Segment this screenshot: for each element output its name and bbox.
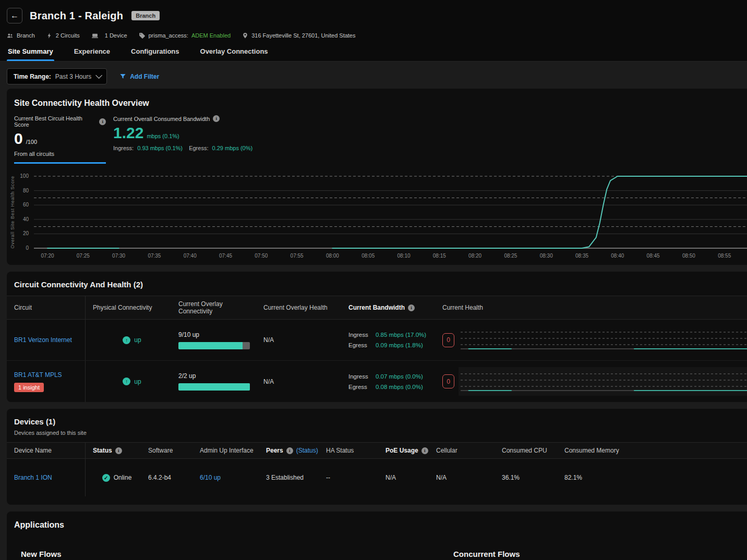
svg-text:08:35: 08:35	[575, 253, 588, 259]
svg-text:08:15: 08:15	[433, 253, 446, 259]
info-icon[interactable]	[99, 118, 106, 125]
svg-text:08:30: 08:30	[540, 253, 553, 259]
svg-text:08:45: 08:45	[647, 253, 660, 259]
circuit-link[interactable]: BR1 AT&T MPLS	[14, 371, 85, 379]
info-icon[interactable]	[408, 305, 415, 311]
circuit-connectivity-card: Circuit Connectivity And Health (2) Circ…	[7, 272, 747, 402]
device-link[interactable]: Branch 1 ION	[14, 474, 85, 481]
circuit-row-att: BR1 AT&T MPLS 1 insight ↑ up 2/2 up N/A …	[7, 361, 747, 402]
info-icon[interactable]	[421, 447, 428, 454]
flows-row: New Flows TCP UDP 1000 Concurrent Flows	[7, 530, 747, 560]
tab-overlay-connections[interactable]: Overlay Connections	[199, 47, 269, 61]
tab-configurations[interactable]: Configurations	[130, 47, 180, 61]
overlay-progress-fill	[178, 342, 243, 349]
circuit-link[interactable]: BR1 Verizon Internet	[14, 336, 85, 344]
egress-value: 0.29 mbps (0%)	[212, 145, 253, 151]
filter-funnel-icon	[119, 73, 126, 80]
svg-text:100: 100	[20, 173, 29, 179]
site-meta-row: Branch 2 Circuits 1 Device prisma_access…	[7, 31, 747, 40]
svg-text:07:50: 07:50	[255, 253, 268, 259]
meta-circuits: 2 Circuits	[46, 32, 80, 39]
location-pin-icon	[242, 32, 248, 39]
ingress-value: 0.93 mbps (0.1%)	[137, 145, 183, 151]
svg-text:08:55: 08:55	[718, 253, 731, 259]
kpi-best-circuit-health[interactable]: Current Best Circuit Health Score 0 /100…	[14, 115, 106, 164]
admin-up-interface-link[interactable]: 6/10 up	[200, 474, 259, 481]
up-arrow-icon: ↑	[123, 378, 130, 385]
overlay-progress-bar	[178, 342, 250, 349]
devices-card: Devices (1) Devices assigned to this sit…	[7, 409, 747, 505]
back-button[interactable]: ←	[7, 8, 22, 23]
new-flows-title: New Flows	[21, 550, 62, 558]
overview-card-title: Site Connectivity Health Overview	[14, 99, 747, 108]
info-icon[interactable]	[213, 115, 220, 122]
peers-status-link[interactable]: (Status)	[296, 447, 318, 454]
chevron-down-icon	[95, 72, 102, 79]
applications-card: Applications New Flows TCP UDP 1000 Conc	[7, 512, 747, 560]
svg-text:07:35: 07:35	[148, 253, 161, 259]
svg-text:Overall Site Best Health Score: Overall Site Best Health Score	[10, 176, 15, 249]
health-score-box[interactable]: 0	[442, 333, 454, 347]
device-row: Branch 1 ION ✓ Online 6.4.2-b4 6/10 up 3…	[7, 459, 747, 496]
devices-subtitle: Devices assigned to this site	[14, 430, 747, 436]
svg-text:07:20: 07:20	[41, 253, 54, 259]
device-icon	[91, 32, 99, 39]
svg-text:08:00: 08:00	[326, 253, 339, 259]
devices-table-header: Device Name Status Software Admin Up Int…	[7, 442, 747, 459]
circuits-table-header: Circuit Physical Connectivity Current Ov…	[7, 296, 747, 320]
tab-bar: Site Summary Experience Configurations O…	[7, 47, 747, 61]
meta-devices: 1 Device	[91, 32, 127, 39]
circuit-health-sparkline	[459, 326, 747, 354]
tag-icon	[139, 32, 146, 39]
devices-title: Devices (1)	[14, 417, 747, 426]
kpi-consumed-bandwidth[interactable]: Current Overall Consumed Bandwidth 1.22 …	[113, 115, 252, 164]
meta-prisma-access-tag: prisma_access: ADEM Enabled	[139, 32, 231, 39]
svg-text:60: 60	[23, 202, 29, 208]
svg-text:08:10: 08:10	[397, 253, 410, 259]
svg-text:08:20: 08:20	[468, 253, 481, 259]
new-flows-chart: New Flows TCP UDP 1000	[7, 530, 432, 560]
site-header: ← Branch 1 - Raleigh Branch Branch 2 Cir…	[0, 0, 747, 62]
svg-text:07:45: 07:45	[219, 253, 232, 259]
applications-title: Applications	[14, 520, 747, 530]
circuit-row-verizon: BR1 Verizon Internet ↑ up 9/10 up N/A In…	[7, 320, 747, 361]
bandwidth-value: 1.22	[113, 125, 143, 141]
info-icon[interactable]	[286, 447, 293, 454]
svg-text:0: 0	[26, 245, 29, 251]
overlay-progress-fill	[178, 383, 250, 391]
health-score-box[interactable]: 0	[442, 374, 454, 388]
online-check-icon: ✓	[102, 474, 110, 482]
svg-text:07:55: 07:55	[291, 253, 304, 259]
svg-text:07:25: 07:25	[77, 253, 90, 259]
info-icon[interactable]	[115, 447, 122, 454]
people-icon	[7, 32, 14, 39]
adem-enabled-value: ADEM Enabled	[191, 32, 231, 39]
concurrent-flows-title: Concurrent Flows	[453, 550, 520, 558]
svg-text:40: 40	[23, 216, 29, 222]
tab-experience[interactable]: Experience	[73, 47, 111, 61]
svg-text:08:50: 08:50	[682, 253, 695, 259]
bolt-icon	[46, 32, 53, 39]
best-health-score-value: 0	[14, 131, 23, 147]
circuit-health-sparkline	[459, 367, 747, 396]
site-connectivity-overview-card: Site Connectivity Health Overview Curren…	[7, 89, 747, 265]
add-filter-button[interactable]: Add Filter	[119, 73, 159, 80]
meta-site-type: Branch	[7, 32, 35, 39]
svg-text:80: 80	[23, 188, 29, 193]
time-range-dropdown[interactable]: Time Range: Past 3 Hours	[7, 68, 107, 84]
circuits-title: Circuit Connectivity And Health (2)	[14, 280, 747, 289]
overlay-progress-bar	[178, 383, 250, 391]
svg-text:07:30: 07:30	[112, 253, 125, 259]
concurrent-flows-chart: Concurrent Flows 150	[432, 530, 747, 560]
overview-kpi-row: Current Best Circuit Health Score 0 /100…	[14, 115, 747, 164]
tab-site-summary[interactable]: Site Summary	[7, 47, 54, 61]
svg-text:07:40: 07:40	[184, 253, 197, 259]
page-title: Branch 1 - Raleigh	[30, 10, 123, 22]
filter-bar: Time Range: Past 3 Hours Add Filter	[7, 68, 747, 84]
svg-text:08:05: 08:05	[362, 253, 375, 259]
device-status: Online	[114, 474, 132, 481]
site-health-chart: 02040608010007:2007:2507:3007:3507:4007:…	[7, 171, 747, 261]
svg-text:20: 20	[23, 230, 29, 236]
insight-badge[interactable]: 1 insight	[14, 383, 44, 392]
site-type-badge: Branch	[131, 11, 160, 20]
